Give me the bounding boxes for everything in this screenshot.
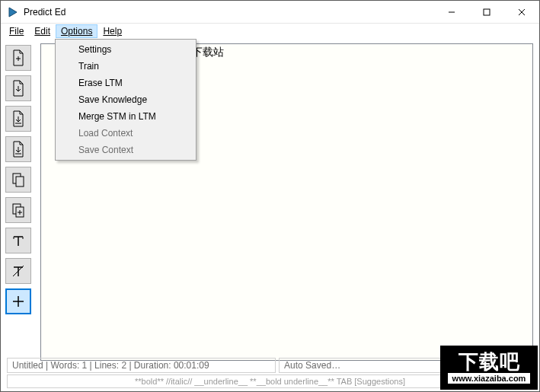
export-document-button[interactable] (5, 136, 31, 162)
copy-plus-button[interactable] (5, 197, 31, 223)
menu-item-save-context: Save Context (57, 142, 194, 158)
menu-help[interactable]: Help (97, 24, 127, 38)
menu-item-erase-ltm[interactable]: Erase LTM (57, 75, 194, 91)
menu-item-settings[interactable]: Settings (57, 41, 194, 58)
window-title: Predict Ed (24, 7, 434, 18)
text-strike-icon (11, 263, 26, 279)
title-bar: Predict Ed (1, 1, 539, 24)
document-export-icon (11, 141, 26, 158)
copy-plus-icon (11, 202, 26, 218)
menu-options[interactable]: Options (56, 24, 97, 38)
save-document-button[interactable] (5, 106, 31, 132)
text-insert-button[interactable] (5, 228, 31, 253)
text-t-icon (11, 233, 26, 248)
menu-item-train[interactable]: Train (57, 58, 194, 75)
svg-marker-0 (9, 8, 17, 17)
minimize-button[interactable] (434, 1, 469, 23)
open-document-button[interactable] (5, 75, 31, 101)
clear-format-button[interactable] (5, 258, 31, 284)
document-arrow-in-icon (11, 80, 26, 97)
plus-icon (11, 294, 26, 309)
document-arrow-down-icon (11, 110, 26, 127)
svg-rect-10 (16, 177, 24, 186)
copy-button[interactable] (5, 167, 31, 193)
options-dropdown: Settings Train Erase LTM Save Knowledge … (55, 39, 197, 161)
menu-item-save-knowledge[interactable]: Save Knowledge (57, 91, 194, 108)
window-controls (434, 1, 539, 23)
watermark-url: www.xiazaiba.com (448, 373, 531, 384)
add-cursor-button[interactable] (5, 288, 31, 314)
menu-edit[interactable]: Edit (29, 24, 56, 38)
watermark-overlay: 下载吧 www.xiazaiba.com (440, 346, 538, 390)
new-document-button[interactable] (5, 45, 31, 71)
status-left: Untitled | Words: 1 | Lines: 2 | Duratio… (7, 358, 276, 373)
document-plus-icon (11, 49, 26, 66)
app-icon (7, 6, 19, 18)
menu-bar: File Edit Options Help (1, 24, 539, 39)
menu-file[interactable]: File (4, 24, 29, 38)
menu-item-load-context: Load Context (57, 125, 194, 142)
maximize-button[interactable] (469, 1, 504, 23)
copy-icon (11, 171, 26, 188)
vertical-toolbar (5, 43, 34, 361)
svg-rect-2 (484, 9, 490, 15)
menu-item-merge-stm[interactable]: Merge STM in LTM (57, 108, 194, 125)
watermark-text: 下载吧 (459, 352, 520, 371)
close-button[interactable] (504, 1, 539, 23)
